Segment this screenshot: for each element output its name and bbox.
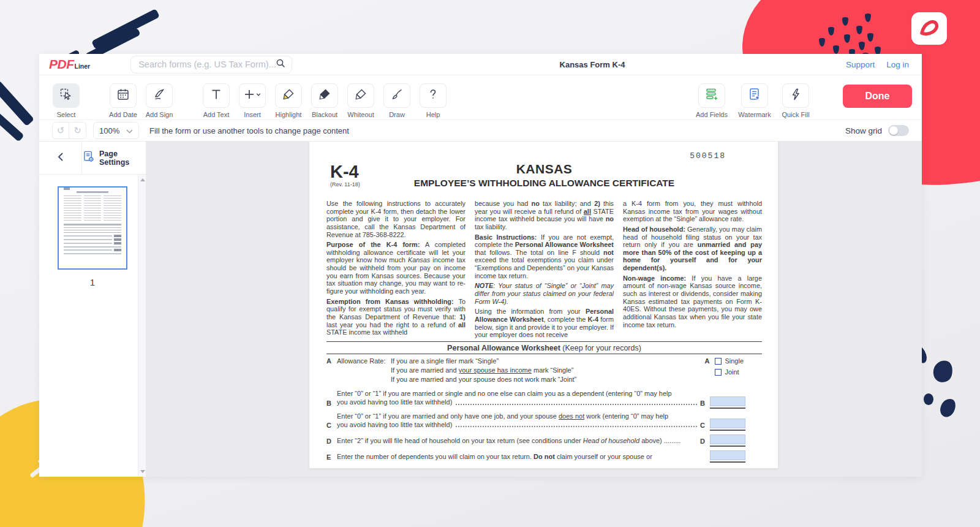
paragraph: Purpose of the K-4 form: A completed wit… — [326, 241, 466, 295]
add-text-button[interactable]: Add Text — [202, 83, 230, 118]
page-settings-icon — [82, 150, 95, 165]
app-window: PDF Liner Search forms (e.g. US Tax Form… — [39, 54, 922, 477]
undo-icon: ↺ — [57, 125, 65, 136]
personal-allowance-worksheet: A Allowance Rate: If you are a single fi… — [326, 357, 762, 461]
field-c-input[interactable] — [710, 419, 745, 428]
single-checkbox-row[interactable]: Single — [715, 357, 744, 366]
show-grid-toggle[interactable] — [888, 125, 909, 136]
dotted-leader — [456, 426, 697, 427]
show-grid-label: Show grid — [845, 126, 882, 135]
search-input[interactable]: Search forms (e.g. US Tax Form)... — [130, 56, 292, 74]
scroll-up-arrow-icon[interactable] — [140, 178, 145, 181]
paragraph: because you had no tax liability; and 2)… — [475, 200, 614, 231]
watermark-icon — [747, 87, 762, 104]
joint-label: Joint — [725, 368, 739, 377]
paragraph: Basic Instructions: If you are not exemp… — [475, 233, 614, 280]
search-placeholder: Search forms (e.g. US Tax Form)... — [138, 59, 276, 69]
collapse-sidebar-button[interactable] — [39, 142, 82, 174]
blackout-brush-icon — [318, 88, 331, 104]
add-sign-button[interactable]: Add Sign — [145, 83, 173, 118]
select-tool-button[interactable]: Select — [52, 83, 80, 118]
blackout-button[interactable]: Blackout — [311, 83, 339, 118]
document-title: Kansas Form K-4 — [525, 60, 660, 69]
worksheet-row-b: B Enter “0” or “1” if you are married or… — [326, 390, 762, 407]
paragraph: a K-4 form from you, they must withhold … — [623, 200, 762, 223]
highlight-button[interactable]: Highlight — [274, 83, 303, 118]
field-d-input[interactable] — [710, 434, 745, 444]
watermark-button[interactable]: Watermark — [741, 83, 769, 118]
instructions-column-3: a K-4 form from you, they must withhold … — [623, 200, 762, 341]
row-letter: C — [700, 422, 705, 429]
single-checkbox[interactable] — [715, 358, 722, 365]
select-icon — [59, 88, 73, 104]
insert-button[interactable]: Insert — [238, 83, 266, 118]
document-canvas[interactable]: 500518 K-4 (Rev. 11-18) KANSAS EMPLOYEE’… — [146, 142, 922, 477]
row-letter: A — [326, 357, 337, 385]
quick-fill-button[interactable]: Quick Fill — [782, 83, 810, 118]
form-header: K-4 (Rev. 11-18) KANSAS EMPLOYEE’S WITHH… — [326, 161, 762, 195]
worksheet-row-d: D Enter “2” if you will file head of hou… — [326, 434, 762, 445]
header-links: Support Log in — [846, 60, 922, 69]
login-link[interactable]: Log in — [886, 60, 909, 69]
pdfliner-logo[interactable]: PDF Liner — [49, 57, 90, 72]
content-area: Page Settings — [39, 142, 922, 477]
logo-pdf-text: PDF — [49, 57, 74, 72]
toolbar-hint-text: Fill the form or use another tools to ch… — [149, 126, 349, 135]
field-b-wrap — [710, 396, 745, 409]
insert-plus-icon — [243, 88, 262, 104]
sub-toolbar: ↺ ↻ 100% Fill the form or use another to… — [39, 119, 922, 142]
lightning-icon — [789, 88, 802, 104]
redo-button[interactable]: ↻ — [69, 122, 86, 139]
scroll-down-arrow-icon[interactable] — [140, 470, 145, 473]
page-settings-label: Page Settings — [99, 150, 146, 167]
pages-sidebar: Page Settings — [39, 142, 146, 477]
allowance-rate-label: Allowance Rate: — [337, 357, 391, 385]
sidebar-scrollbar[interactable] — [138, 175, 146, 477]
instructions-column-2: because you had no tax liability; and 2)… — [475, 200, 614, 341]
row-e-line1: Enter the number of dependents you will … — [337, 453, 652, 461]
paragraph: NOTE: Your status of “Single” or “Joint”… — [475, 282, 614, 305]
draw-brush-icon — [390, 88, 404, 104]
help-button[interactable]: Help — [419, 83, 447, 118]
paragraph: Using the information from your Personal… — [475, 308, 614, 339]
draw-button[interactable]: Draw — [383, 83, 411, 118]
acrobat-logo-icon — [918, 17, 941, 40]
form-subtitle: EMPLOYEE’S WITHHOLDING ALLOWANCE CERTIFI… — [326, 178, 762, 189]
row-letter: C — [326, 422, 337, 429]
chevron-down-icon — [126, 126, 133, 135]
form-revision: (Rev. 11-18) — [330, 181, 360, 188]
joint-checkbox-row[interactable]: Joint — [715, 368, 744, 377]
support-link[interactable]: Support — [846, 60, 875, 69]
toggle-knob — [889, 126, 898, 135]
pdf-page[interactable]: 500518 K-4 (Rev. 11-18) KANSAS EMPLOYEE’… — [309, 142, 778, 468]
zoom-level-value: 100% — [99, 126, 119, 135]
toolbar-right-group: Add Fields Watermark Quick Fill Done — [698, 83, 912, 118]
row-letter: D — [700, 438, 705, 445]
help-icon — [426, 88, 440, 104]
row-letter: D — [326, 438, 337, 445]
search-icon[interactable] — [276, 58, 285, 70]
paragraph: Head of household: Generally, you may cl… — [623, 226, 762, 272]
field-e-input[interactable] — [710, 450, 745, 460]
whiteout-button[interactable]: Whiteout — [347, 83, 375, 118]
chevron-left-icon — [58, 152, 64, 164]
field-b-input[interactable] — [710, 396, 745, 406]
row-d-line1: Enter “2” if you will file head of house… — [337, 437, 680, 445]
page-thumbnail[interactable] — [58, 186, 127, 270]
add-fields-button[interactable]: Add Fields — [698, 83, 726, 118]
joint-checkbox[interactable] — [715, 369, 722, 376]
row-letter: B — [700, 400, 705, 407]
add-date-button[interactable]: Add Date — [109, 83, 137, 118]
paragraph: Non-wage income: If you have a large amo… — [623, 275, 762, 328]
dotted-leader — [456, 404, 697, 405]
form-title: KANSAS — [326, 162, 762, 176]
done-button[interactable]: Done — [843, 85, 912, 108]
calendar-icon — [116, 88, 130, 104]
worksheet-row-e: E Enter the number of dependents you wil… — [326, 450, 762, 461]
zoom-level-select[interactable]: 100% — [93, 122, 139, 139]
field-c-wrap — [710, 419, 745, 431]
worksheet-heading: Personal Allowance Worksheet (Keep for y… — [326, 342, 762, 354]
row-letter: E — [326, 453, 337, 461]
undo-button[interactable]: ↺ — [52, 122, 69, 139]
page-settings-button[interactable]: Page Settings — [82, 150, 146, 167]
